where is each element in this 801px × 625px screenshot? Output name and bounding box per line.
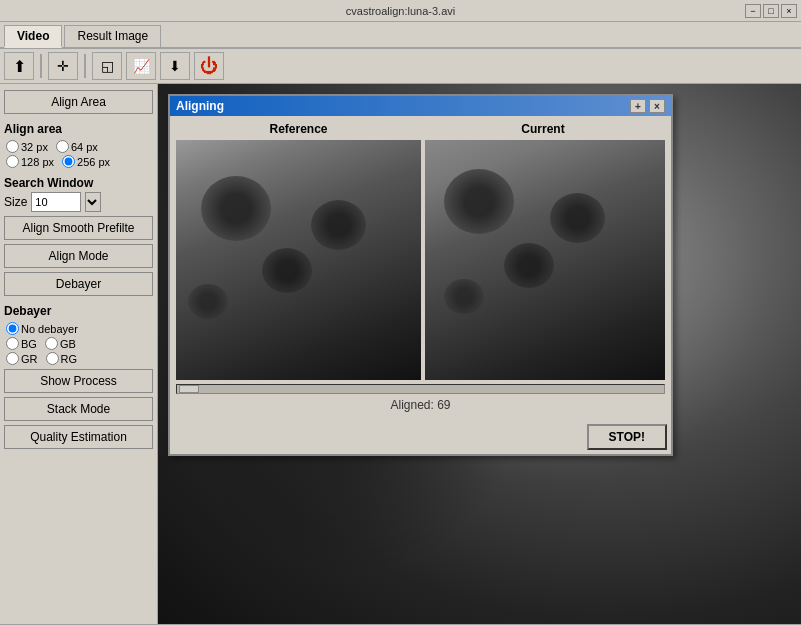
dialog-images	[176, 140, 665, 380]
radio-bg[interactable]: BG	[6, 337, 37, 350]
align-area-radio-group: 32 px 64 px 128 px 256 px	[4, 140, 153, 168]
main-layout: Align Area Align area 32 px 64 px 128 px	[0, 84, 801, 624]
align-area-row-1: 32 px 64 px	[6, 140, 153, 153]
cur-crater-4	[550, 193, 605, 243]
stack-mode-button[interactable]: Stack Mode	[4, 397, 153, 421]
window-title: cvastroalign:luna-3.avi	[346, 5, 455, 17]
dialog-controls: + ×	[630, 99, 665, 113]
size-input[interactable]	[31, 192, 81, 212]
maximize-button[interactable]: □	[763, 4, 779, 18]
stop-power-button[interactable]: ⏻	[194, 52, 224, 80]
debayer-radio-group: No debayer BG GB GR RG	[4, 322, 153, 365]
reference-header: Reference	[176, 122, 421, 136]
right-panel: Aligning + × Reference Current	[158, 84, 801, 624]
tab-video[interactable]: Video	[4, 25, 62, 48]
search-window-section: Search Window Size	[4, 172, 153, 212]
toolbar-separator-2	[84, 54, 86, 78]
dialog-headers: Reference Current	[176, 122, 665, 136]
dialog-scrollbar[interactable]	[176, 384, 665, 394]
align-smooth-button[interactable]: Align Smooth Prefilte	[4, 216, 153, 240]
radio-32px[interactable]: 32 px	[6, 140, 48, 153]
debayer-button[interactable]: Debayer	[4, 272, 153, 296]
radio-128px[interactable]: 128 px	[6, 155, 54, 168]
align-area-label: Align area	[4, 122, 153, 136]
radio-256px[interactable]: 256 px	[62, 155, 110, 168]
left-panel: Align Area Align area 32 px 64 px 128 px	[0, 84, 158, 624]
size-stepper[interactable]	[85, 192, 101, 212]
align-mode-button[interactable]: Align Mode	[4, 244, 153, 268]
radio-no-debayer[interactable]: No debayer	[6, 322, 153, 335]
title-bar: cvastroalign:luna-3.avi − □ ×	[0, 0, 801, 22]
align-area-button[interactable]: Align Area	[4, 90, 153, 114]
minimize-button[interactable]: −	[745, 4, 761, 18]
ref-crater-3	[188, 284, 228, 319]
stop-button[interactable]: STOP!	[587, 424, 667, 450]
dialog-close-button[interactable]: ×	[649, 99, 665, 113]
tab-bar: Video Result Image	[0, 22, 801, 49]
radio-rg[interactable]: RG	[46, 352, 78, 365]
radio-gr[interactable]: GR	[6, 352, 38, 365]
dialog-title-text: Aligning	[176, 99, 224, 113]
download-button[interactable]: ⬇	[160, 52, 190, 80]
radio-gb[interactable]: GB	[45, 337, 76, 350]
chart-button[interactable]: 📈	[126, 52, 156, 80]
toolbar-separator-1	[40, 54, 42, 78]
upload-button[interactable]: ⬆	[4, 52, 34, 80]
reference-image	[176, 140, 421, 380]
crosshair-button[interactable]: ✛	[48, 52, 78, 80]
dialog-content: Reference Current	[170, 116, 671, 422]
tab-result-image[interactable]: Result Image	[64, 25, 161, 48]
radio-64px[interactable]: 64 px	[56, 140, 98, 153]
cur-crater-1	[444, 169, 514, 234]
align-area-row-2: 128 px 256 px	[6, 155, 153, 168]
ref-crater-4	[311, 200, 366, 250]
quality-estimation-button[interactable]: Quality Estimation	[4, 425, 153, 449]
debayer-row-2: BG GB	[6, 337, 153, 350]
size-label: Size	[4, 195, 27, 209]
search-window-label: Search Window	[4, 176, 153, 190]
debayer-row-3: GR RG	[6, 352, 153, 365]
current-header: Current	[421, 122, 665, 136]
window-controls: − □ ×	[745, 4, 797, 18]
dialog-status: Aligned: 69	[176, 398, 665, 412]
debayer-label: Debayer	[4, 304, 153, 318]
crop-button[interactable]: ◱	[92, 52, 122, 80]
size-row: Size	[4, 192, 153, 212]
toolbar: ⬆ ✛ ◱ 📈 ⬇ ⏻	[0, 49, 801, 84]
show-process-button[interactable]: Show Process	[4, 369, 153, 393]
close-button[interactable]: ×	[781, 4, 797, 18]
ref-crater-1	[201, 176, 271, 241]
dialog-scrollbar-thumb[interactable]	[179, 385, 199, 393]
dialog-plus-button[interactable]: +	[630, 99, 646, 113]
aligning-dialog: Aligning + × Reference Current	[168, 94, 673, 456]
dialog-stop-row: STOP!	[170, 422, 671, 454]
current-image	[425, 140, 665, 380]
ref-crater-2	[262, 248, 312, 293]
dialog-title-bar[interactable]: Aligning + ×	[170, 96, 671, 116]
